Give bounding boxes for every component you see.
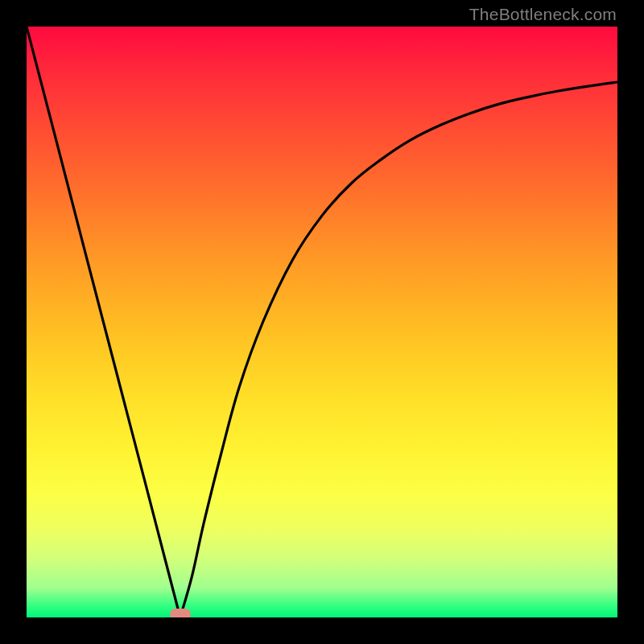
plot-area [27,27,617,617]
bottleneck-curve [27,27,617,617]
curve-layer [27,27,617,617]
optimum-marker [170,609,191,617]
attribution-text: TheBottleneck.com [469,5,617,24]
outer-frame: TheBottleneck.com [0,0,644,644]
